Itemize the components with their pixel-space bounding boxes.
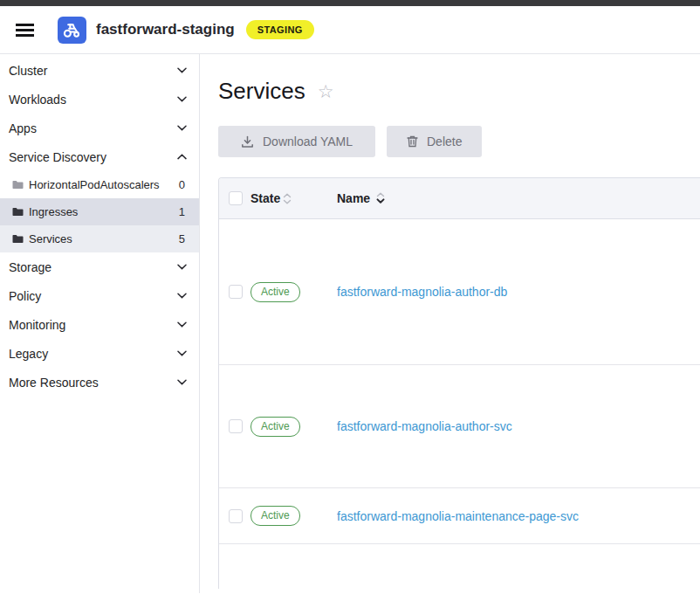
status-badge: Active: [250, 282, 300, 302]
select-all-checkbox[interactable]: [229, 191, 243, 205]
chevron-down-icon: [177, 379, 187, 385]
service-link[interactable]: fastforward-magnolia-author-svc: [337, 419, 512, 433]
chevron-down-icon: [177, 67, 187, 73]
table-row: Active fastforward-magnolia-maintenance-…: [219, 488, 700, 544]
chevron-down-icon: [177, 321, 187, 328]
page-title: Services: [218, 78, 305, 105]
main-content: Services ☆ Download YAML: [200, 54, 700, 593]
chevron-down-icon: [177, 264, 187, 270]
row-checkbox[interactable]: [229, 419, 243, 433]
table-row: Active fastforward-magnolia-author-svc: [219, 365, 700, 488]
sort-icon-active[interactable]: [376, 191, 385, 204]
sidebar-item-ingresses[interactable]: Ingresses 1: [0, 198, 199, 225]
download-yaml-button[interactable]: Download YAML: [218, 126, 375, 157]
delete-button[interactable]: Delete: [387, 126, 482, 157]
sort-icon[interactable]: [283, 192, 292, 205]
row-checkbox[interactable]: [229, 509, 243, 523]
table-row: Active fastforward-magnolia-author-db: [219, 219, 700, 365]
sidebar-item-legacy[interactable]: Legacy: [0, 339, 199, 368]
rancher-logo-icon[interactable]: [58, 17, 86, 44]
resource-count: 1: [179, 205, 185, 218]
status-badge: Active: [250, 417, 300, 437]
sidebar-item-more-resources[interactable]: More Resources: [0, 368, 199, 397]
chevron-up-icon: [177, 154, 187, 160]
cluster-name: fastforward-staging: [96, 21, 235, 38]
favorite-star-icon[interactable]: ☆: [318, 82, 334, 100]
chevron-down-icon: [177, 96, 187, 102]
download-icon: [241, 135, 254, 148]
resource-count: 5: [179, 232, 185, 245]
column-header-state[interactable]: State: [250, 191, 280, 205]
app-header: fastforward-staging STAGING: [0, 6, 700, 54]
services-table: State Name: [218, 177, 700, 589]
menu-icon[interactable]: [16, 24, 34, 37]
folder-icon: [12, 180, 24, 190]
service-link[interactable]: fastforward-magnolia-maintenance-page-sv…: [337, 509, 579, 523]
chevron-down-icon: [177, 293, 187, 299]
service-link[interactable]: fastforward-magnolia-author-db: [337, 285, 507, 299]
resource-count: 0: [179, 178, 185, 191]
table-header: State Name: [219, 178, 700, 219]
sidebar-item-services[interactable]: Services 5: [0, 225, 199, 252]
status-badge: Active: [250, 506, 300, 526]
sidebar-item-apps[interactable]: Apps: [0, 114, 199, 142]
sidebar-item-policy[interactable]: Policy: [0, 281, 199, 310]
top-accent-bar: [0, 0, 700, 6]
sidebar-item-cluster[interactable]: Cluster: [0, 56, 199, 85]
environment-badge: STAGING: [246, 20, 314, 39]
sidebar-item-horizontalpodautoscalers[interactable]: HorizontalPodAutoscalers 0: [0, 171, 199, 198]
chevron-down-icon: [177, 350, 187, 356]
chevron-down-icon: [177, 125, 187, 131]
sidebar-item-monitoring[interactable]: Monitoring: [0, 310, 199, 339]
folder-icon: [12, 234, 24, 244]
sidebar-item-workloads[interactable]: Workloads: [0, 85, 199, 114]
folder-icon: [12, 207, 24, 217]
trash-icon: [407, 135, 418, 148]
table-row-partial: [219, 544, 700, 589]
sidebar-item-storage[interactable]: Storage: [0, 252, 199, 281]
sidebar-item-service-discovery[interactable]: Service Discovery: [0, 142, 199, 171]
row-checkbox[interactable]: [229, 285, 243, 299]
sidebar: Cluster Workloads Apps Service Discovery: [0, 54, 200, 593]
column-header-name[interactable]: Name: [337, 191, 370, 205]
